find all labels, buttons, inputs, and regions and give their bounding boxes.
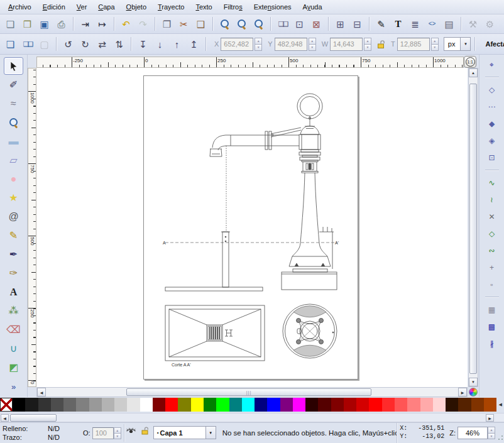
select-all-button[interactable]: ❏ xyxy=(3,36,18,52)
ungroup-button[interactable]: ⊟ xyxy=(349,16,365,32)
palette-swatch[interactable] xyxy=(38,398,51,412)
save-document-button[interactable]: ▣ xyxy=(36,16,52,32)
palette-scrollbar[interactable]: ◀ ▶ xyxy=(0,413,504,422)
canvas[interactable]: A A' Corte A A' xyxy=(36,68,468,387)
menu-ver[interactable]: Ver xyxy=(71,1,93,13)
align-dialog-button[interactable]: ▤ xyxy=(441,16,457,32)
tool-pencil[interactable]: ✎ xyxy=(4,227,23,244)
zoom-selection-button[interactable] xyxy=(217,16,233,32)
x-input[interactable]: 652,482 xyxy=(221,38,253,51)
unlink-clone-button[interactable]: ⊠ xyxy=(309,16,324,32)
menu-edicion[interactable]: Edición xyxy=(37,1,71,13)
tool-node-editor[interactable]: ✐ xyxy=(4,76,23,94)
palette-swatch[interactable] xyxy=(458,398,471,412)
opacity-spinner[interactable]: ▲▼ xyxy=(114,427,121,439)
menu-objeto[interactable]: Objeto xyxy=(121,1,152,13)
snap-nodes-button[interactable]: ∿ xyxy=(485,176,500,189)
tool-text[interactable]: A xyxy=(4,283,23,301)
palette-swatch[interactable] xyxy=(267,398,280,412)
palette-swatch[interactable] xyxy=(344,398,356,412)
import-button[interactable]: ⇥ xyxy=(77,16,93,32)
tool-gradient[interactable]: ◩ xyxy=(4,359,23,376)
spin-up-icon[interactable]: ▲ xyxy=(309,38,316,45)
snap-bbox-edges-button[interactable]: ⋯ xyxy=(485,100,500,113)
palette-swatch[interactable] xyxy=(25,398,38,412)
new-document-button[interactable]: ❏ xyxy=(3,16,18,32)
select-all-layers-button[interactable]: ❏❏ xyxy=(19,36,35,52)
snap-smooth-nodes-button[interactable]: ∾ xyxy=(485,244,500,257)
tool-tweak[interactable]: ≈ xyxy=(4,95,23,112)
vertical-scrollbar[interactable]: ▲ ▼ xyxy=(468,68,478,387)
menu-filtros[interactable]: Filtros xyxy=(218,1,248,13)
palette-swatch[interactable] xyxy=(382,398,395,412)
palette-swatch[interactable] xyxy=(280,398,293,412)
palette-swatch[interactable] xyxy=(420,398,433,412)
zoom-spinner[interactable]: ▲▼ xyxy=(488,427,495,439)
palette-swatch[interactable] xyxy=(178,398,190,412)
horizontal-scrollbar-thumb[interactable]: ||| xyxy=(126,388,371,396)
palette-swatch[interactable] xyxy=(356,398,369,412)
menu-ayuda[interactable]: Ayuda xyxy=(297,1,328,13)
vertical-scrollbar-thumb[interactable] xyxy=(469,84,477,374)
palette-swatch[interactable] xyxy=(153,398,165,412)
palette-swatch[interactable] xyxy=(76,398,89,412)
snap-path-intersections-button[interactable]: ✕ xyxy=(485,210,500,223)
palette-swatch[interactable] xyxy=(102,398,114,412)
zoom-page-button[interactable] xyxy=(251,16,266,32)
snap-object-centers-button[interactable]: ▫ xyxy=(485,278,500,291)
palette-swatch[interactable] xyxy=(305,398,318,412)
menu-capa[interactable]: Capa xyxy=(92,1,120,13)
export-button[interactable]: ↦ xyxy=(94,16,110,32)
palette-swatch[interactable] xyxy=(395,398,407,412)
palette-swatch[interactable] xyxy=(293,398,305,412)
toolbox-overflow[interactable]: » xyxy=(4,378,23,395)
spin-up-icon[interactable]: ▲ xyxy=(431,38,439,45)
text-dialog-button[interactable]: T xyxy=(390,16,406,32)
lower-button[interactable]: ↓ xyxy=(152,36,168,52)
lower-to-bottom-button[interactable]: ↧ xyxy=(135,36,151,52)
tool-calligraphy[interactable]: ✑ xyxy=(4,265,23,282)
menu-texto[interactable]: Texto xyxy=(190,1,217,13)
menu-extensiones[interactable]: Extensiones xyxy=(248,1,297,13)
palette-scroll-left-icon[interactable]: ◀ xyxy=(1,414,9,422)
opacity-input[interactable]: 100 xyxy=(92,427,114,439)
y-spinner[interactable]: ▲▼ xyxy=(309,38,316,51)
palette-swatch[interactable] xyxy=(63,398,76,412)
color-management-icon[interactable] xyxy=(469,388,478,397)
spin-up-icon[interactable]: ▲ xyxy=(364,38,371,45)
raise-button[interactable]: ↑ xyxy=(169,36,185,52)
menu-archivo[interactable]: Archivo xyxy=(3,1,37,13)
height-spinner[interactable]: ▲▼ xyxy=(431,38,439,51)
units-combo[interactable]: px ▼ xyxy=(444,37,471,51)
tool-bezier-pen[interactable]: ✒ xyxy=(4,246,23,263)
width-spinner[interactable]: ▲▼ xyxy=(364,38,371,51)
palette-swatch[interactable] xyxy=(407,398,420,412)
palette-swatch[interactable] xyxy=(255,398,267,412)
layer-selector[interactable]: • Capa 1 ▼ xyxy=(153,426,216,439)
tool-selector[interactable] xyxy=(4,57,23,75)
snap-cusp-nodes-button[interactable]: ◇ xyxy=(485,227,500,240)
palette-swatch[interactable] xyxy=(165,398,178,412)
spin-down-icon[interactable]: ▼ xyxy=(364,45,371,51)
palette-swatch[interactable] xyxy=(127,398,140,412)
group-button[interactable]: ⊞ xyxy=(332,16,348,32)
zoom-input[interactable]: 46% xyxy=(457,427,488,439)
zoom-drawing-button[interactable] xyxy=(234,16,249,32)
spin-down-icon[interactable]: ▼ xyxy=(309,45,316,51)
layer-visibility-button[interactable] xyxy=(124,423,138,438)
snap-grid-button[interactable]: ▩ xyxy=(485,320,500,333)
tool-ellipse[interactable]: ● xyxy=(4,170,23,188)
palette-swatch[interactable] xyxy=(331,398,344,412)
scroll-right-icon[interactable]: ▶ xyxy=(458,388,467,397)
snap-bbox-corners-button[interactable]: ◆ xyxy=(485,117,500,130)
horizontal-scrollbar[interactable]: ◀ ||| ▶ xyxy=(36,387,468,397)
palette-swatch[interactable] xyxy=(114,398,127,412)
y-input[interactable]: 482,948 xyxy=(275,38,307,51)
palette-swatch[interactable] xyxy=(471,398,484,412)
spin-up-icon[interactable]: ▲ xyxy=(255,38,262,45)
snap-bbox-centers-button[interactable]: ⊡ xyxy=(485,151,500,164)
spin-up-icon[interactable]: ▲ xyxy=(488,427,495,434)
spin-down-icon[interactable]: ▼ xyxy=(488,434,495,440)
create-clone-button[interactable]: ⊡ xyxy=(292,16,307,32)
print-button[interactable]: ⎙ xyxy=(53,16,69,32)
